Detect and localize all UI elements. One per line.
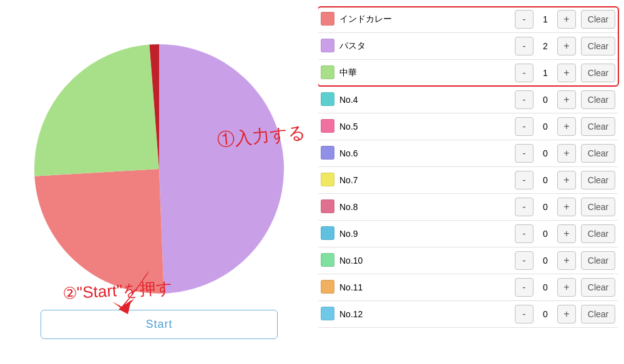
plus-button[interactable]: + xyxy=(557,278,576,297)
plus-button[interactable]: + xyxy=(557,251,576,270)
color-swatch-cell xyxy=(318,87,337,113)
clear-cell[interactable]: Clear xyxy=(578,140,618,167)
clear-cell[interactable]: Clear xyxy=(578,247,618,274)
table-row: インドカレー - 1 + Clear xyxy=(318,6,618,33)
minus-button[interactable]: - xyxy=(515,10,534,29)
plus-button[interactable]: + xyxy=(557,198,576,216)
minus-cell[interactable]: - xyxy=(512,167,536,194)
plus-button[interactable]: + xyxy=(557,117,576,136)
minus-button[interactable]: - xyxy=(515,90,534,109)
minus-button[interactable]: - xyxy=(515,171,534,189)
count-cell: 0 xyxy=(536,87,555,113)
clear-button[interactable]: Clear xyxy=(581,305,615,323)
start-button[interactable]: Start xyxy=(41,310,278,339)
plus-cell[interactable]: + xyxy=(555,167,578,194)
clear-button[interactable]: Clear xyxy=(581,198,615,216)
minus-button[interactable]: - xyxy=(515,305,534,323)
plus-button[interactable]: + xyxy=(557,64,576,82)
count-cell: 0 xyxy=(536,221,555,247)
minus-button[interactable]: - xyxy=(515,144,534,163)
items-table: インドカレー - 1 + Clear パスタ - 2 + xyxy=(318,6,618,328)
clear-button[interactable]: Clear xyxy=(581,10,615,29)
plus-cell[interactable]: + xyxy=(555,60,578,87)
count-cell: 0 xyxy=(536,113,555,140)
clear-cell[interactable]: Clear xyxy=(578,6,618,33)
plus-cell[interactable]: + xyxy=(555,33,578,60)
plus-button[interactable]: + xyxy=(557,305,576,323)
color-swatch xyxy=(321,307,334,320)
minus-cell[interactable]: - xyxy=(512,87,536,113)
item-name-cell: No.7 xyxy=(337,167,512,194)
minus-cell[interactable]: - xyxy=(512,33,536,60)
left-panel: Start ①入力する ②"Start"を押す xyxy=(0,0,318,364)
clear-button[interactable]: Clear xyxy=(581,251,615,270)
plus-cell[interactable]: + xyxy=(555,87,578,113)
plus-cell[interactable]: + xyxy=(555,274,578,301)
color-swatch-cell xyxy=(318,221,337,247)
color-swatch-cell xyxy=(318,113,337,140)
minus-button[interactable]: - xyxy=(515,198,534,216)
clear-cell[interactable]: Clear xyxy=(578,60,618,87)
minus-cell[interactable]: - xyxy=(512,247,536,274)
plus-cell[interactable]: + xyxy=(555,221,578,247)
pie-chart-container xyxy=(28,38,290,300)
color-swatch-cell xyxy=(318,60,337,87)
minus-cell[interactable]: - xyxy=(512,221,536,247)
clear-cell[interactable]: Clear xyxy=(578,194,618,221)
minus-cell[interactable]: - xyxy=(512,140,536,167)
minus-button[interactable]: - xyxy=(515,37,534,55)
plus-button[interactable]: + xyxy=(557,10,576,29)
minus-button[interactable]: - xyxy=(515,224,534,243)
color-swatch-cell xyxy=(318,194,337,221)
minus-button[interactable]: - xyxy=(515,278,534,297)
plus-button[interactable]: + xyxy=(557,224,576,243)
clear-button[interactable]: Clear xyxy=(581,117,615,136)
plus-button[interactable]: + xyxy=(557,90,576,109)
item-name-cell: インドカレー xyxy=(337,6,512,33)
minus-button[interactable]: - xyxy=(515,64,534,82)
clear-button[interactable]: Clear xyxy=(581,64,615,82)
color-swatch-cell xyxy=(318,301,337,328)
clear-cell[interactable]: Clear xyxy=(578,167,618,194)
clear-cell[interactable]: Clear xyxy=(578,87,618,113)
color-swatch-cell xyxy=(318,247,337,274)
clear-button[interactable]: Clear xyxy=(581,144,615,163)
plus-cell[interactable]: + xyxy=(555,247,578,274)
color-swatch xyxy=(321,146,334,160)
minus-cell[interactable]: - xyxy=(512,6,536,33)
table-row: No.11 - 0 + Clear xyxy=(318,274,618,301)
right-panel: インドカレー - 1 + Clear パスタ - 2 + xyxy=(318,0,624,364)
plus-cell[interactable]: + xyxy=(555,140,578,167)
minus-cell[interactable]: - xyxy=(512,60,536,87)
minus-cell[interactable]: - xyxy=(512,301,536,328)
plus-button[interactable]: + xyxy=(557,144,576,163)
clear-button[interactable]: Clear xyxy=(581,278,615,297)
plus-button[interactable]: + xyxy=(557,37,576,55)
start-button-wrapper: Start xyxy=(41,310,278,339)
minus-cell[interactable]: - xyxy=(512,194,536,221)
count-cell: 0 xyxy=(536,274,555,301)
clear-cell[interactable]: Clear xyxy=(578,301,618,328)
minus-button[interactable]: - xyxy=(515,117,534,136)
plus-cell[interactable]: + xyxy=(555,6,578,33)
clear-button[interactable]: Clear xyxy=(581,171,615,189)
table-row: No.12 - 0 + Clear xyxy=(318,301,618,328)
count-cell: 0 xyxy=(536,194,555,221)
table-row: No.4 - 0 + Clear xyxy=(318,87,618,113)
clear-button[interactable]: Clear xyxy=(581,37,615,55)
item-name-cell: パスタ xyxy=(337,33,512,60)
clear-cell[interactable]: Clear xyxy=(578,274,618,301)
clear-cell[interactable]: Clear xyxy=(578,33,618,60)
plus-cell[interactable]: + xyxy=(555,113,578,140)
minus-cell[interactable]: - xyxy=(512,274,536,301)
minus-button[interactable]: - xyxy=(515,251,534,270)
plus-cell[interactable]: + xyxy=(555,301,578,328)
plus-cell[interactable]: + xyxy=(555,194,578,221)
plus-button[interactable]: + xyxy=(557,171,576,189)
minus-cell[interactable]: - xyxy=(512,113,536,140)
clear-button[interactable]: Clear xyxy=(581,90,615,109)
clear-cell[interactable]: Clear xyxy=(578,221,618,247)
clear-button[interactable]: Clear xyxy=(581,224,615,243)
clear-cell[interactable]: Clear xyxy=(578,113,618,140)
color-swatch xyxy=(321,199,334,213)
